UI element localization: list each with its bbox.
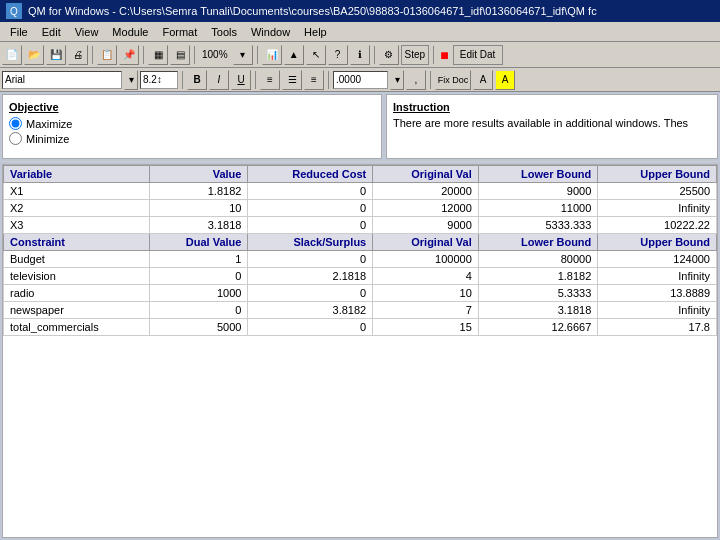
align-center-icon[interactable]: ☰ [282, 70, 302, 90]
settings-icon[interactable]: ⚙ [379, 45, 399, 65]
maximize-radio[interactable] [9, 117, 22, 130]
constraint-header-section: Constraint Dual Value Slack/Surplus Orig… [4, 234, 717, 251]
table-cell: 20000 [373, 183, 479, 200]
menu-tools[interactable]: Tools [205, 24, 243, 40]
edit-dat-button[interactable]: Edit Dat [453, 45, 503, 65]
table-cell: Infinity [598, 268, 717, 285]
table-cell: total_commercials [4, 319, 150, 336]
separator-5 [374, 46, 375, 64]
table-cell: 1.8182 [478, 268, 598, 285]
menu-window[interactable]: Window [245, 24, 296, 40]
menu-view[interactable]: View [69, 24, 105, 40]
underline-button[interactable]: U [231, 70, 251, 90]
open-icon[interactable]: 📂 [24, 45, 44, 65]
minimize-radio[interactable] [9, 132, 22, 145]
menu-module[interactable]: Module [106, 24, 154, 40]
copy-icon[interactable]: 📋 [97, 45, 117, 65]
col-slack-surplus: Slack/Surplus [248, 234, 373, 251]
save-icon[interactable]: 💾 [46, 45, 66, 65]
size-input[interactable] [140, 71, 178, 89]
mountain-icon[interactable]: ▲ [284, 45, 304, 65]
table-cell: 0 [248, 200, 373, 217]
zoom-dropdown-icon[interactable]: ▾ [233, 45, 253, 65]
col-lower-bound-c: Lower Bound [478, 234, 598, 251]
menu-file[interactable]: File [4, 24, 34, 40]
table-cell: radio [4, 285, 150, 302]
instruction-box: Instruction There are more results avail… [386, 94, 718, 159]
print-icon[interactable]: 🖨 [68, 45, 88, 65]
constraint-table-body: Budget1010000080000124000television02.18… [4, 251, 717, 336]
align-right-icon[interactable]: ≡ [304, 70, 324, 90]
minimize-label: Minimize [26, 133, 69, 145]
font-input[interactable] [2, 71, 122, 89]
table-row: X21001200011000Infinity [4, 200, 717, 217]
col-upper-bound: Upper Bound [598, 166, 717, 183]
separator-4 [257, 46, 258, 64]
sep-fmt-4 [430, 71, 431, 89]
fix-doc-icon[interactable]: Fix Doc [435, 70, 471, 90]
table-cell: newspaper [4, 302, 150, 319]
title-bar: Q QM for Windows - C:\Users\Semra Tunali… [0, 0, 720, 22]
table-row: X33.1818090005333.33310222.22 [4, 217, 717, 234]
table-cell: 10222.22 [598, 217, 717, 234]
table-cell: 1000 [149, 285, 248, 302]
table-cell: 15 [373, 319, 479, 336]
info-icon[interactable]: ℹ [350, 45, 370, 65]
constraint-header-row: Constraint Dual Value Slack/Surplus Orig… [4, 234, 717, 251]
cursor-icon[interactable]: ↖ [306, 45, 326, 65]
table-cell: 3.8182 [248, 302, 373, 319]
table-cell: X1 [4, 183, 150, 200]
app-icon: Q [6, 3, 22, 19]
help-icon[interactable]: ? [328, 45, 348, 65]
table-cell: television [4, 268, 150, 285]
minimize-row: Minimize [9, 132, 375, 145]
table-icon[interactable]: ▦ [148, 45, 168, 65]
menu-format[interactable]: Format [156, 24, 203, 40]
results-table: Variable Value Reduced Cost Original Val… [3, 165, 717, 336]
content-area: Objective Maximize Minimize Instruction … [0, 92, 720, 540]
new-icon[interactable]: 📄 [2, 45, 22, 65]
table-cell: X2 [4, 200, 150, 217]
grid-icon[interactable]: ▤ [170, 45, 190, 65]
table-cell: 10 [373, 285, 479, 302]
align-left-icon[interactable]: ≡ [260, 70, 280, 90]
table-cell: Budget [4, 251, 150, 268]
col-upper-bound-c: Upper Bound [598, 234, 717, 251]
col-dual-value: Dual Value [149, 234, 248, 251]
number-format-input[interactable] [333, 71, 388, 89]
table-cell: 5333.333 [478, 217, 598, 234]
variable-table-body: X11.8182020000900025500X21001200011000In… [4, 183, 717, 234]
table-cell: 13.8889 [598, 285, 717, 302]
bold-button[interactable]: B [187, 70, 207, 90]
number-dropdown-icon[interactable]: ▾ [390, 70, 404, 90]
table-row: Budget1010000080000124000 [4, 251, 717, 268]
col-constraint: Constraint [4, 234, 150, 251]
table-cell: 124000 [598, 251, 717, 268]
comma-icon[interactable]: , [406, 70, 426, 90]
maximize-row: Maximize [9, 117, 375, 130]
menu-edit[interactable]: Edit [36, 24, 67, 40]
italic-button[interactable]: I [209, 70, 229, 90]
table-cell: 1.8182 [149, 183, 248, 200]
highlight-icon[interactable]: A [495, 70, 515, 90]
color-a-icon[interactable]: A [473, 70, 493, 90]
table-cell: 7 [373, 302, 479, 319]
font-dropdown-icon[interactable]: ▾ [124, 70, 138, 90]
main-area: Objective Maximize Minimize Instruction … [0, 92, 720, 540]
separator-1 [92, 46, 93, 64]
menu-help[interactable]: Help [298, 24, 333, 40]
step-button[interactable]: Step [401, 45, 430, 65]
separator-6 [433, 46, 434, 64]
col-reduced-cost: Reduced Cost [248, 166, 373, 183]
table-cell: 0 [248, 183, 373, 200]
table-cell: 0 [248, 319, 373, 336]
table-row: radio10000105.333313.8889 [4, 285, 717, 302]
table-cell: 0 [149, 268, 248, 285]
table-cell: 0 [248, 217, 373, 234]
col-orig-val: Original Val [373, 166, 479, 183]
variable-header-row: Variable Value Reduced Cost Original Val… [4, 166, 717, 183]
objective-box: Objective Maximize Minimize [2, 94, 382, 159]
paste-icon[interactable]: 📌 [119, 45, 139, 65]
table-cell: X3 [4, 217, 150, 234]
chart-icon[interactable]: 📊 [262, 45, 282, 65]
